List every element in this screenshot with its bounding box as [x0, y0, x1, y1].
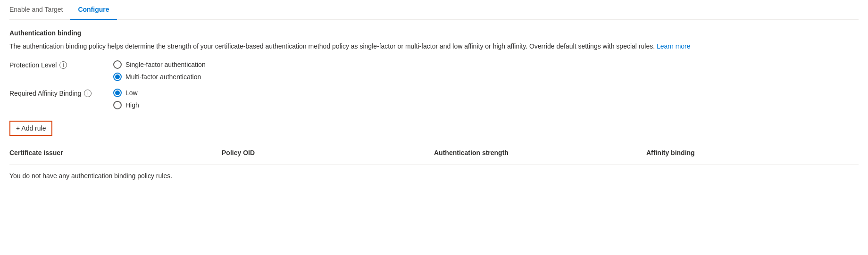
rules-table: Certificate issuer Policy OID Authentica… [9, 145, 859, 185]
learn-more-link[interactable]: Learn more [657, 42, 691, 50]
affinity-low-radio[interactable] [113, 89, 122, 97]
affinity-binding-info-icon[interactable]: i [84, 90, 92, 97]
col-header-policy-oid: Policy OID [222, 145, 434, 160]
affinity-high-label: High [125, 101, 139, 109]
table-empty-message: You do not have any authentication bindi… [9, 166, 859, 185]
section-description: The authentication binding policy helps … [9, 41, 811, 51]
single-factor-radio[interactable] [113, 60, 122, 69]
tab-configure[interactable]: Configure [70, 0, 117, 20]
affinity-binding-row: Required Affinity Binding i Low High [9, 89, 859, 109]
protection-level-radio-group: Single-factor authentication Multi-facto… [113, 60, 206, 81]
affinity-binding-label: Required Affinity Binding i [9, 89, 113, 97]
protection-level-single-factor-option[interactable]: Single-factor authentication [113, 60, 206, 69]
page-container: Enable and Target Configure Authenticati… [0, 0, 868, 185]
protection-level-row: Protection Level i Single-factor authent… [9, 60, 859, 81]
affinity-binding-radio-group: Low High [113, 89, 139, 109]
affinity-low-option[interactable]: Low [113, 89, 139, 97]
multi-factor-radio[interactable] [113, 73, 122, 81]
section-title: Authentication binding [9, 29, 859, 37]
col-header-affinity-binding: Affinity binding [646, 145, 859, 160]
affinity-low-label: Low [125, 89, 138, 97]
add-rule-button[interactable]: + Add rule [9, 121, 52, 136]
table-header: Certificate issuer Policy OID Authentica… [9, 145, 859, 165]
tab-enable-target[interactable]: Enable and Target [9, 0, 70, 20]
affinity-high-option[interactable]: High [113, 101, 139, 109]
protection-level-info-icon[interactable]: i [59, 61, 67, 69]
protection-level-multi-factor-option[interactable]: Multi-factor authentication [113, 73, 206, 81]
tabs-bar: Enable and Target Configure [9, 0, 859, 20]
col-header-authentication-strength: Authentication strength [434, 145, 646, 160]
single-factor-label: Single-factor authentication [125, 61, 206, 68]
col-header-certificate-issuer: Certificate issuer [9, 145, 222, 160]
protection-level-label: Protection Level i [9, 60, 113, 69]
multi-factor-label: Multi-factor authentication [125, 73, 201, 81]
affinity-high-radio[interactable] [113, 101, 122, 109]
